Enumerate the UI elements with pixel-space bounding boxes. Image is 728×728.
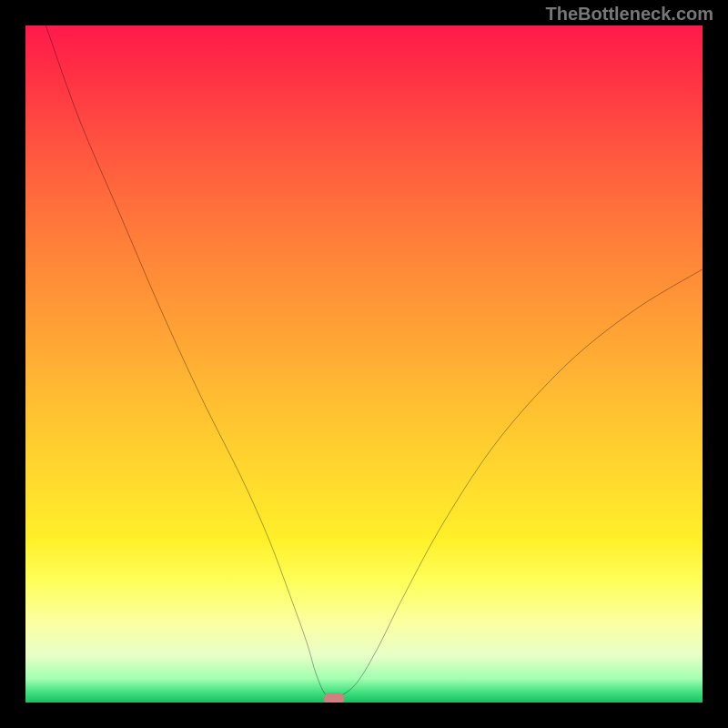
chart-plot-area (25, 25, 703, 703)
watermark-text: TheBottleneck.com (546, 4, 713, 25)
curve-svg (25, 25, 703, 703)
optimum-marker (324, 693, 344, 703)
bottleneck-curve-path (46, 25, 703, 698)
